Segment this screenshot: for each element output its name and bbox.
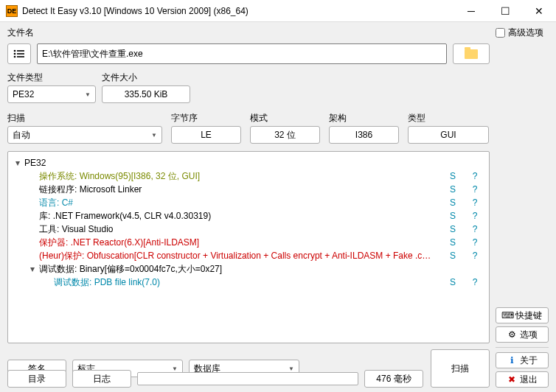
chevron-down-icon: ▼ (85, 91, 91, 98)
tree-item-5[interactable]: 保护器: .NET Reactor(6.X)[Anti-ILDASM]S? (11, 236, 486, 249)
tree-toggle[interactable]: ▾ (11, 158, 24, 168)
list-icon (13, 49, 25, 58)
svg-rect-5 (17, 56, 24, 57)
tree-label: (Heur)保护: Obfuscation[CLR constructor + … (39, 250, 442, 262)
tree-item-4[interactable]: 工具: Visual StudioS? (11, 223, 486, 236)
s-link[interactable]: S (442, 237, 464, 248)
tree-label: 库: .NET Framework(v4.5, CLR v4.0.30319) (39, 210, 442, 223)
s-link[interactable]: S (442, 171, 464, 181)
tree-item-3[interactable]: 库: .NET Framework(v4.5, CLR v4.0.30319)S… (11, 209, 486, 223)
q-link[interactable]: ? (464, 237, 486, 248)
tree-root[interactable]: ▾PE32 (11, 156, 486, 169)
exit-button[interactable]: ✖退出 (496, 371, 549, 388)
svg-point-4 (14, 56, 16, 58)
filetype-label: 文件类型 (7, 71, 96, 84)
filesize-label: 文件大小 (102, 71, 190, 84)
s-link[interactable]: S (442, 224, 464, 234)
close-button[interactable]: ✕ (522, 0, 556, 22)
svg-point-2 (14, 53, 16, 55)
tree-label: 调试数据: PDB file link(7.0) (54, 276, 442, 289)
s-link[interactable]: S (442, 211, 464, 221)
open-file-button[interactable] (453, 43, 490, 64)
type-label: 类型 (408, 112, 489, 125)
tree-label: PE32 (24, 158, 442, 168)
progress-bar (137, 372, 358, 385)
endian-button[interactable]: LE (171, 126, 241, 144)
results-panel[interactable]: ▾PE32操作系统: Windows(95)[I386, 32 位, GUI]S… (7, 151, 490, 343)
q-link[interactable]: ? (464, 251, 486, 261)
app-icon: DE (6, 5, 18, 17)
tree-label: 保护器: .NET Reactor(6.X)[Anti-ILDASM] (39, 237, 442, 249)
q-link[interactable]: ? (464, 184, 486, 195)
filename-label: 文件名 (7, 27, 490, 39)
gear-icon: ⚙ (507, 329, 517, 340)
advanced-checkbox[interactable]: 高级选项 (496, 27, 549, 39)
scan-button[interactable]: 扫描 (431, 349, 490, 388)
tree-debug-parent[interactable]: ▾调试数据: Binary[偏移=0x0004fc7c,大小=0x27] (11, 262, 486, 276)
time-display: 476 毫秒 (364, 370, 423, 388)
tree-label: 调试数据: Binary[偏移=0x0004fc7c,大小=0x27] (39, 263, 442, 276)
type-button[interactable]: GUI (408, 126, 489, 144)
list-button[interactable] (7, 43, 31, 64)
log-button[interactable]: 日志 (72, 370, 131, 388)
tree-toggle[interactable]: ▾ (26, 264, 39, 274)
q-link[interactable]: ? (464, 171, 486, 181)
mode-label: 模式 (250, 112, 320, 125)
tree-item-1[interactable]: 链接程序: Microsoft LinkerS? (11, 183, 486, 196)
filesize-button[interactable]: 335.50 KiB (102, 85, 190, 103)
svg-point-0 (14, 50, 16, 52)
tree-label: 工具: Visual Studio (39, 223, 442, 236)
tree-item-6[interactable]: (Heur)保护: Obfuscation[CLR constructor + … (11, 249, 486, 262)
s-link[interactable]: S (442, 251, 464, 261)
window-title: Detect It Easy v3.10 [Windows 10 Version… (22, 6, 454, 16)
tree-item-0[interactable]: 操作系统: Windows(95)[I386, 32 位, GUI]S? (11, 169, 486, 183)
filename-input[interactable]: E:\软件管理\文件查重.exe (37, 43, 447, 64)
tree-label: 操作系统: Windows(95)[I386, 32 位, GUI] (39, 170, 442, 183)
svg-rect-1 (17, 50, 24, 52)
s-link[interactable]: S (442, 277, 464, 287)
exit-icon: ✖ (507, 374, 517, 385)
info-icon: ℹ (507, 355, 517, 365)
q-link[interactable]: ? (464, 197, 486, 208)
shortcuts-button[interactable]: ⌨快捷键 (496, 307, 549, 323)
chevron-down-icon: ▼ (151, 132, 157, 139)
minimize-button[interactable]: ─ (454, 0, 488, 22)
keyboard-icon: ⌨ (502, 310, 512, 321)
about-button[interactable]: ℹ关于 (496, 352, 549, 368)
folder-icon (465, 49, 478, 59)
s-link[interactable]: S (442, 184, 464, 195)
tree-label: 语言: C# (39, 197, 442, 209)
s-link[interactable]: S (442, 197, 464, 208)
filetype-combo[interactable]: PE32▼ (7, 85, 96, 103)
endian-label: 字节序 (171, 112, 241, 125)
options-button[interactable]: ⚙选项 (496, 326, 549, 343)
q-link[interactable]: ? (464, 277, 486, 287)
scan-mode-combo[interactable]: 自动▼ (7, 126, 162, 144)
arch-label: 架构 (329, 112, 399, 125)
mode-button[interactable]: 32 位 (250, 126, 320, 144)
scan-label: 扫描 (7, 112, 162, 125)
maximize-button[interactable]: ☐ (488, 0, 522, 22)
tree-label: 链接程序: Microsoft Linker (39, 183, 442, 196)
tree-debug-child[interactable]: 调试数据: PDB file link(7.0)S? (11, 276, 486, 289)
title-bar: DE Detect It Easy v3.10 [Windows 10 Vers… (0, 0, 556, 22)
directory-button[interactable]: 目录 (7, 370, 66, 388)
arch-button[interactable]: I386 (329, 126, 399, 144)
tree-item-2[interactable]: 语言: C#S? (11, 196, 486, 209)
q-link[interactable]: ? (464, 224, 486, 234)
svg-rect-3 (17, 53, 24, 55)
q-link[interactable]: ? (464, 211, 486, 221)
